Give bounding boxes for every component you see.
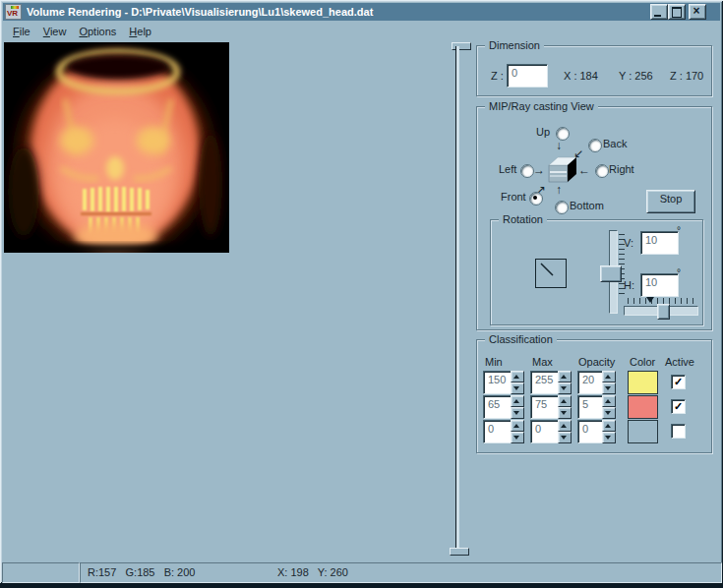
spin-up-icon [561, 399, 567, 403]
spin-down-icon [605, 386, 611, 390]
view-group-title: MIP/Ray casting View [485, 99, 598, 113]
spin-up-button[interactable] [511, 395, 524, 407]
spin-down-button[interactable] [602, 382, 616, 394]
spin-up-icon [561, 375, 567, 379]
spin-up-button[interactable] [511, 371, 524, 382]
spin-down-icon [605, 411, 611, 415]
spin-down-button[interactable] [511, 432, 524, 443]
spin-up-button[interactable] [602, 395, 616, 407]
spin-up-icon [605, 375, 611, 379]
h-slider-marker-icon [646, 297, 654, 303]
status-pane-left [2, 562, 80, 583]
v-angle-input[interactable]: 10 [640, 231, 679, 255]
spin-down-button[interactable] [511, 382, 524, 394]
h-slider-thumb[interactable] [657, 304, 670, 320]
status-xy-value: X: 198 Y: 260 [277, 566, 348, 578]
spin-up-button[interactable] [558, 395, 572, 407]
active-checkbox-row3[interactable] [671, 424, 686, 439]
menu-view[interactable]: View [38, 24, 72, 39]
spin-down-button[interactable] [602, 432, 616, 443]
radio-label-up[interactable]: Up [536, 126, 550, 138]
spin-down-button[interactable] [558, 407, 572, 419]
min-spinner-row3 [511, 420, 522, 440]
radio-label-left[interactable]: Left [499, 163, 516, 175]
spin-up-button[interactable] [558, 371, 572, 382]
vr-icon-text: VR [7, 9, 18, 18]
minimize-icon [654, 15, 661, 17]
app-window: VR Volume Rendering - D:\Private\Visuali… [0, 0, 723, 583]
radio-label-back[interactable]: Back [603, 138, 627, 149]
menu-file[interactable]: File [8, 24, 35, 39]
spin-up-button[interactable] [602, 420, 616, 432]
dimension-x-value: X : 184 [564, 70, 598, 82]
menu-help[interactable]: Help [124, 24, 156, 39]
menu-options[interactable]: Options [74, 24, 121, 39]
spin-down-button[interactable] [558, 382, 572, 394]
active-checkbox-row2[interactable]: ✓ [671, 399, 686, 414]
radio-front[interactable] [529, 192, 543, 206]
spin-up-icon [513, 375, 519, 379]
z-slice-input[interactable]: 0 [507, 64, 548, 88]
radio-label-bottom[interactable]: Bottom [570, 200, 604, 211]
spin-up-button[interactable] [511, 420, 524, 432]
minimize-button[interactable] [650, 4, 668, 20]
min-spinner-row2 [511, 395, 522, 415]
radio-label-right[interactable]: Right [609, 163, 634, 175]
header-min: Min [485, 356, 503, 368]
spin-down-button[interactable] [602, 407, 616, 419]
v-slider-thumb[interactable] [600, 265, 622, 282]
opacity-spinner-row2 [602, 395, 614, 415]
rotation-direction-pad[interactable] [535, 259, 567, 288]
radio-bottom[interactable] [555, 201, 569, 214]
spin-down-icon [605, 436, 611, 440]
arrow-down-icon: ↓ [556, 140, 562, 151]
close-button[interactable]: × [689, 4, 706, 20]
spin-up-button[interactable] [602, 371, 616, 382]
splitter-highlight [456, 46, 459, 550]
radio-selected-dot [533, 196, 537, 200]
status-pane-main: R:157 G:185 B: 200 X: 198 Y: 260 [80, 562, 722, 583]
color-swatch-row3[interactable] [628, 420, 658, 443]
arrow-right-icon: → [533, 164, 545, 176]
max-spinner-row2 [558, 395, 570, 415]
header-max: Max [532, 356, 553, 368]
app-icon[interactable]: VR [5, 4, 22, 20]
rotation-group-title: Rotation [499, 212, 547, 226]
dimension-y-value: Y : 256 [619, 70, 653, 82]
spin-down-icon [513, 436, 519, 440]
v-angle-label: V: [624, 237, 633, 249]
volume-render-viewport[interactable] [4, 42, 229, 253]
spin-down-icon [561, 386, 567, 390]
color-swatch-row1[interactable] [628, 371, 658, 394]
radio-label-front[interactable]: Front [501, 191, 526, 203]
stop-button[interactable]: Stop [646, 190, 695, 213]
dimension-group: Dimension Z : 0 X : 184 Y : 256 Z : 170 [476, 45, 712, 96]
max-spinner-row1 [558, 371, 570, 390]
spin-down-button[interactable] [558, 432, 572, 443]
splitter-bottom-handle[interactable] [450, 548, 469, 556]
radio-right[interactable] [595, 164, 609, 178]
active-checkbox-row1[interactable]: ✓ [671, 375, 686, 389]
radio-left[interactable] [520, 164, 534, 178]
splitter-top-handle[interactable] [452, 42, 471, 50]
caption-buttons: × [650, 4, 706, 20]
z-slice-label: Z : [491, 70, 504, 82]
color-swatch-row2[interactable] [628, 395, 658, 419]
maximize-button[interactable] [668, 4, 686, 20]
opacity-spinner-row3 [602, 420, 614, 440]
spin-up-button[interactable] [558, 420, 572, 432]
dimension-z-value: Z : 170 [670, 70, 703, 82]
spin-down-icon [513, 411, 519, 415]
titlebar[interactable]: VR Volume Rendering - D:\Private\Visuali… [3, 3, 720, 21]
spin-down-button[interactable] [511, 407, 524, 419]
classification-group-title: Classification [485, 332, 557, 346]
h-angle-label: H: [624, 279, 634, 291]
radio-back[interactable] [588, 139, 602, 152]
h-angle-input[interactable]: 10 [640, 273, 679, 297]
arrow-left-icon: ← [578, 164, 590, 176]
rotation-group: Rotation V: 10 ° H: 10 ° [490, 219, 703, 325]
view-group: MIP/Ray casting View Up ↓ Back ↙ Left → … [476, 106, 712, 330]
h-degree-symbol: ° [677, 267, 681, 278]
status-rgb-value: R:157 G:185 B: 200 [88, 566, 195, 578]
spin-up-icon [561, 424, 567, 428]
